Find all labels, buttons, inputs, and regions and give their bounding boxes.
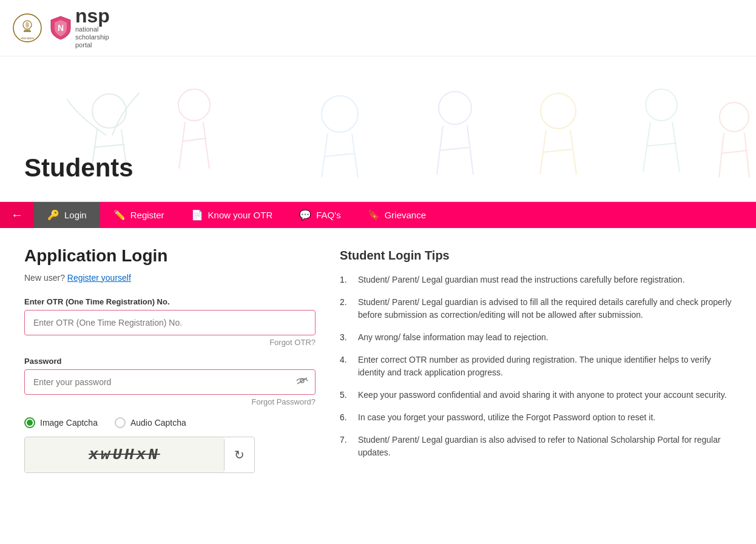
svg-point-11 xyxy=(541,93,576,129)
image-captcha-label: Image Captcha xyxy=(40,418,98,428)
login-title: Application Login xyxy=(24,246,316,266)
tips-list: Student/ Parent/ Legal guardian must rea… xyxy=(340,274,732,459)
header: भारत सरकार N nsp national scholarship po… xyxy=(0,0,756,56)
nav-item-know-otr[interactable]: 📄 Know your OTR xyxy=(178,202,286,228)
captcha-options: Image Captcha Audio Captcha xyxy=(24,417,316,428)
svg-point-10 xyxy=(439,92,471,124)
otr-input[interactable] xyxy=(24,310,316,335)
svg-text:भारत सरकार: भारत सरकार xyxy=(21,36,35,40)
nav-item-grievance[interactable]: 🔖 Grievance xyxy=(354,202,439,228)
nav-login-label: Login xyxy=(64,210,87,220)
audio-captcha-option[interactable]: Audio Captcha xyxy=(115,417,186,428)
bookmark-icon: 🔖 xyxy=(368,209,380,221)
svg-point-12 xyxy=(646,89,677,121)
audio-captcha-label: Audio Captcha xyxy=(130,418,186,428)
tips-list-item: In case you forget your password, utiliz… xyxy=(340,411,732,424)
nav-grievance-label: Grievance xyxy=(385,210,426,220)
tips-list-item: Student/ Parent/ Legal guardian must rea… xyxy=(340,274,732,286)
forgot-password-link[interactable]: Forgot Password? xyxy=(24,397,316,406)
captcha-box: xwUHxN ↻ xyxy=(24,437,255,473)
tips-list-item: Any wrong/ false information may lead to… xyxy=(340,331,732,344)
document-icon: 📄 xyxy=(191,209,203,221)
nsp-abbreviation: nsp xyxy=(75,6,110,25)
nav-register-label: Register xyxy=(130,210,164,220)
otr-label: Enter OTR (One Time Registration) No. xyxy=(24,297,316,306)
password-input-wrapper xyxy=(24,369,316,395)
captcha-image: xwUHxN xyxy=(25,437,224,472)
nsp-full-name: national scholarship portal xyxy=(75,25,110,50)
forgot-otr-link[interactable]: Forgot OTR? xyxy=(24,338,316,347)
nav-item-faqs[interactable]: 💬 FAQ's xyxy=(286,202,354,228)
tips-title: Student Login Tips xyxy=(340,249,732,263)
key-icon: 🔑 xyxy=(47,209,59,221)
tips-panel: Student Login Tips Student/ Parent/ Lega… xyxy=(340,246,732,473)
new-user-prompt: New user? Register yourself xyxy=(24,273,316,283)
eye-toggle-icon[interactable] xyxy=(296,377,308,388)
svg-rect-4 xyxy=(24,31,31,32)
logo-container: भारत सरकार N nsp national scholarship po… xyxy=(12,6,110,50)
login-panel: Application Login New user? Register you… xyxy=(24,246,316,473)
hero-title: Students xyxy=(24,153,133,183)
nsp-logo: N nsp national scholarship portal xyxy=(50,6,110,50)
nav-faqs-label: FAQ's xyxy=(316,210,340,220)
tips-list-item: Student/ Parent/ Legal guardian is advis… xyxy=(340,296,732,321)
nav-know-otr-label: Know your OTR xyxy=(208,210,273,220)
tips-list-item: Enter correct OTR number as provided dur… xyxy=(340,354,732,379)
image-captcha-radio[interactable] xyxy=(24,417,35,428)
svg-point-13 xyxy=(720,102,749,132)
nav-back-button[interactable]: ← xyxy=(0,202,34,228)
edit-icon: ✏️ xyxy=(113,209,126,221)
password-form-group: Password Forgot Password? xyxy=(24,357,316,406)
password-label: Password xyxy=(24,357,316,366)
svg-text:N: N xyxy=(58,23,64,33)
audio-captcha-radio[interactable] xyxy=(115,417,126,428)
nav-item-register[interactable]: ✏️ Register xyxy=(100,202,178,228)
captcha-refresh-button[interactable]: ↻ xyxy=(224,439,254,471)
nav-item-login[interactable]: 🔑 Login xyxy=(34,202,100,228)
hero-banner: Students xyxy=(0,56,756,202)
svg-point-8 xyxy=(178,89,210,121)
password-input[interactable] xyxy=(24,369,316,395)
tips-list-item: Keep your password confidential and avoi… xyxy=(340,389,732,401)
chat-icon: 💬 xyxy=(299,209,311,221)
main-content: Application Login New user? Register you… xyxy=(0,228,756,491)
navigation-bar: ← 🔑 Login ✏️ Register 📄 Know your OTR 💬 … xyxy=(0,202,756,228)
image-captcha-option[interactable]: Image Captcha xyxy=(24,417,98,428)
svg-point-2 xyxy=(25,22,29,28)
tips-list-item: Student/ Parent/ Legal guardian is also … xyxy=(340,434,732,459)
nsp-text: nsp national scholarship portal xyxy=(75,6,110,50)
svg-rect-3 xyxy=(24,30,30,31)
nsp-shield-icon: N xyxy=(50,15,72,41)
register-link[interactable]: Register yourself xyxy=(67,273,131,283)
svg-point-7 xyxy=(92,94,126,128)
govt-emblem-icon: भारत सरकार xyxy=(12,13,42,43)
otr-form-group: Enter OTR (One Time Registration) No. Fo… xyxy=(24,297,316,347)
svg-point-9 xyxy=(322,96,358,132)
